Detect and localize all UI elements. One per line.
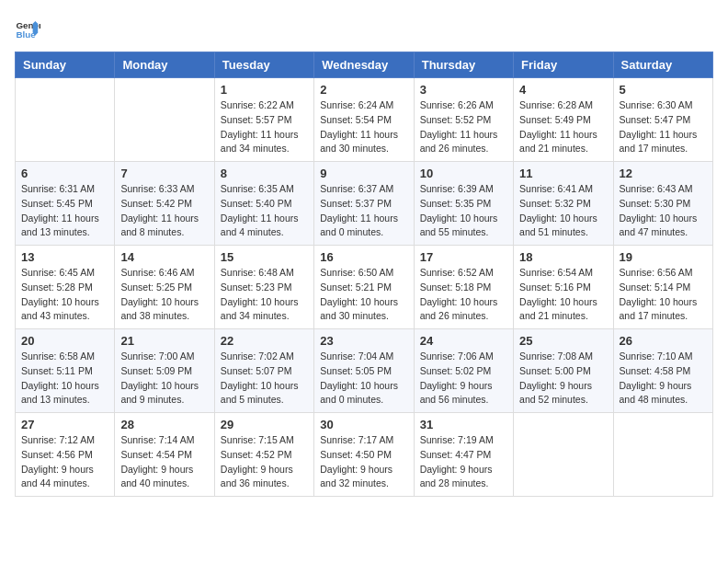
calendar-cell: 6 Sunrise: 6:31 AM Sunset: 5:45 PM Dayli…	[16, 162, 115, 246]
day-info: Sunrise: 6:43 AM Sunset: 5:30 PM Dayligh…	[620, 182, 707, 240]
day-info: Sunrise: 6:58 AM Sunset: 5:11 PM Dayligh…	[21, 350, 108, 408]
calendar-week-row: 6 Sunrise: 6:31 AM Sunset: 5:45 PM Dayli…	[16, 162, 713, 246]
day-number: 8	[221, 167, 308, 180]
day-number: 4	[519, 83, 607, 97]
day-number: 26	[620, 334, 707, 348]
calendar-cell: 9 Sunrise: 6:37 AM Sunset: 5:37 PM Dayli…	[314, 162, 414, 246]
weekday-header: Thursday	[414, 52, 513, 78]
calendar-cell: 1 Sunrise: 6:22 AM Sunset: 5:57 PM Dayli…	[214, 78, 313, 162]
day-number: 20	[21, 334, 108, 348]
calendar-cell: 29 Sunrise: 7:15 AM Sunset: 4:52 PM Dayl…	[214, 413, 313, 497]
day-info: Sunrise: 6:33 AM Sunset: 5:42 PM Dayligh…	[120, 182, 208, 240]
calendar-cell: 4 Sunrise: 6:28 AM Sunset: 5:49 PM Dayli…	[514, 78, 613, 162]
day-number: 9	[320, 167, 407, 180]
day-number: 12	[620, 167, 707, 180]
day-info: Sunrise: 7:19 AM Sunset: 4:47 PM Dayligh…	[420, 433, 507, 491]
calendar-cell: 21 Sunrise: 7:00 AM Sunset: 5:09 PM Dayl…	[115, 329, 214, 413]
day-info: Sunrise: 6:48 AM Sunset: 5:23 PM Dayligh…	[221, 266, 308, 324]
day-number: 6	[21, 167, 108, 180]
day-info: Sunrise: 7:00 AM Sunset: 5:09 PM Dayligh…	[120, 350, 208, 408]
calendar-cell: 31 Sunrise: 7:19 AM Sunset: 4:47 PM Dayl…	[414, 413, 513, 497]
day-number: 16	[320, 250, 407, 264]
day-number: 22	[221, 334, 308, 348]
day-number: 13	[21, 250, 108, 264]
calendar-cell	[16, 78, 115, 162]
calendar-cell: 16 Sunrise: 6:50 AM Sunset: 5:21 PM Dayl…	[314, 246, 414, 329]
day-number: 25	[519, 334, 607, 348]
weekday-header: Tuesday	[214, 52, 313, 78]
day-number: 24	[420, 334, 507, 348]
calendar-week-row: 27 Sunrise: 7:12 AM Sunset: 4:56 PM Dayl…	[16, 413, 713, 497]
calendar-cell: 18 Sunrise: 6:54 AM Sunset: 5:16 PM Dayl…	[514, 246, 613, 329]
calendar-cell: 22 Sunrise: 7:02 AM Sunset: 5:07 PM Dayl…	[214, 329, 313, 413]
day-number: 17	[420, 250, 507, 264]
day-info: Sunrise: 7:02 AM Sunset: 5:07 PM Dayligh…	[221, 350, 308, 408]
calendar-cell: 15 Sunrise: 6:48 AM Sunset: 5:23 PM Dayl…	[214, 246, 313, 329]
weekday-header: Saturday	[613, 52, 712, 78]
day-number: 1	[221, 83, 308, 97]
day-info: Sunrise: 7:10 AM Sunset: 4:58 PM Dayligh…	[620, 350, 707, 408]
calendar-week-row: 1 Sunrise: 6:22 AM Sunset: 5:57 PM Dayli…	[16, 78, 713, 162]
day-number: 7	[120, 167, 208, 180]
day-info: Sunrise: 7:08 AM Sunset: 5:00 PM Dayligh…	[519, 350, 607, 408]
calendar-cell: 20 Sunrise: 6:58 AM Sunset: 5:11 PM Dayl…	[16, 329, 115, 413]
day-info: Sunrise: 7:15 AM Sunset: 4:52 PM Dayligh…	[221, 433, 308, 491]
calendar-week-row: 13 Sunrise: 6:45 AM Sunset: 5:28 PM Dayl…	[16, 246, 713, 329]
day-info: Sunrise: 6:37 AM Sunset: 5:37 PM Dayligh…	[320, 182, 407, 240]
calendar-cell: 30 Sunrise: 7:17 AM Sunset: 4:50 PM Dayl…	[314, 413, 414, 497]
day-number: 11	[519, 167, 607, 180]
day-info: Sunrise: 6:31 AM Sunset: 5:45 PM Dayligh…	[21, 182, 108, 240]
calendar-cell: 7 Sunrise: 6:33 AM Sunset: 5:42 PM Dayli…	[115, 162, 214, 246]
day-info: Sunrise: 7:14 AM Sunset: 4:54 PM Dayligh…	[120, 433, 208, 491]
day-info: Sunrise: 6:41 AM Sunset: 5:32 PM Dayligh…	[519, 182, 607, 240]
calendar-header-row: SundayMondayTuesdayWednesdayThursdayFrid…	[16, 52, 713, 78]
day-info: Sunrise: 6:56 AM Sunset: 5:14 PM Dayligh…	[620, 266, 707, 324]
day-info: Sunrise: 7:04 AM Sunset: 5:05 PM Dayligh…	[320, 350, 407, 408]
calendar-table: SundayMondayTuesdayWednesdayThursdayFrid…	[15, 52, 713, 497]
day-info: Sunrise: 6:28 AM Sunset: 5:49 PM Dayligh…	[519, 98, 607, 156]
calendar-cell: 25 Sunrise: 7:08 AM Sunset: 5:00 PM Dayl…	[514, 329, 613, 413]
calendar-body: 1 Sunrise: 6:22 AM Sunset: 5:57 PM Dayli…	[16, 78, 713, 497]
day-info: Sunrise: 7:06 AM Sunset: 5:02 PM Dayligh…	[420, 350, 507, 408]
calendar-cell: 12 Sunrise: 6:43 AM Sunset: 5:30 PM Dayl…	[613, 162, 712, 246]
logo-icon: General Blue	[15, 15, 40, 40]
calendar-cell: 23 Sunrise: 7:04 AM Sunset: 5:05 PM Dayl…	[314, 329, 414, 413]
calendar-cell: 26 Sunrise: 7:10 AM Sunset: 4:58 PM Dayl…	[613, 329, 712, 413]
day-number: 23	[320, 334, 407, 348]
day-number: 27	[21, 418, 108, 431]
day-info: Sunrise: 7:12 AM Sunset: 4:56 PM Dayligh…	[21, 433, 108, 491]
day-info: Sunrise: 6:35 AM Sunset: 5:40 PM Dayligh…	[221, 182, 308, 240]
weekday-header: Sunday	[16, 52, 115, 78]
weekday-header: Wednesday	[314, 52, 414, 78]
day-number: 3	[420, 83, 507, 97]
calendar-cell	[115, 78, 214, 162]
day-info: Sunrise: 6:46 AM Sunset: 5:25 PM Dayligh…	[120, 266, 208, 324]
calendar-cell: 2 Sunrise: 6:24 AM Sunset: 5:54 PM Dayli…	[314, 78, 414, 162]
calendar-cell	[613, 413, 712, 497]
day-number: 29	[221, 418, 308, 431]
day-info: Sunrise: 6:26 AM Sunset: 5:52 PM Dayligh…	[420, 98, 507, 156]
calendar-cell: 13 Sunrise: 6:45 AM Sunset: 5:28 PM Dayl…	[16, 246, 115, 329]
calendar-cell: 14 Sunrise: 6:46 AM Sunset: 5:25 PM Dayl…	[115, 246, 214, 329]
day-info: Sunrise: 6:30 AM Sunset: 5:47 PM Dayligh…	[620, 98, 707, 156]
calendar-cell: 11 Sunrise: 6:41 AM Sunset: 5:32 PM Dayl…	[514, 162, 613, 246]
day-number: 18	[519, 250, 607, 264]
calendar-cell: 5 Sunrise: 6:30 AM Sunset: 5:47 PM Dayli…	[613, 78, 712, 162]
calendar-cell: 19 Sunrise: 6:56 AM Sunset: 5:14 PM Dayl…	[613, 246, 712, 329]
day-info: Sunrise: 6:22 AM Sunset: 5:57 PM Dayligh…	[221, 98, 308, 156]
calendar-cell	[514, 413, 613, 497]
day-number: 19	[620, 250, 707, 264]
calendar-cell: 8 Sunrise: 6:35 AM Sunset: 5:40 PM Dayli…	[214, 162, 313, 246]
day-number: 5	[620, 83, 707, 97]
calendar-cell: 3 Sunrise: 6:26 AM Sunset: 5:52 PM Dayli…	[414, 78, 513, 162]
day-number: 14	[120, 250, 208, 264]
weekday-header: Friday	[514, 52, 613, 78]
calendar-cell: 17 Sunrise: 6:52 AM Sunset: 5:18 PM Dayl…	[414, 246, 513, 329]
day-number: 28	[120, 418, 208, 431]
day-info: Sunrise: 6:39 AM Sunset: 5:35 PM Dayligh…	[420, 182, 507, 240]
day-info: Sunrise: 7:17 AM Sunset: 4:50 PM Dayligh…	[320, 433, 407, 491]
calendar-cell: 24 Sunrise: 7:06 AM Sunset: 5:02 PM Dayl…	[414, 329, 513, 413]
calendar-cell: 10 Sunrise: 6:39 AM Sunset: 5:35 PM Dayl…	[414, 162, 513, 246]
day-number: 21	[120, 334, 208, 348]
day-number: 15	[221, 250, 308, 264]
